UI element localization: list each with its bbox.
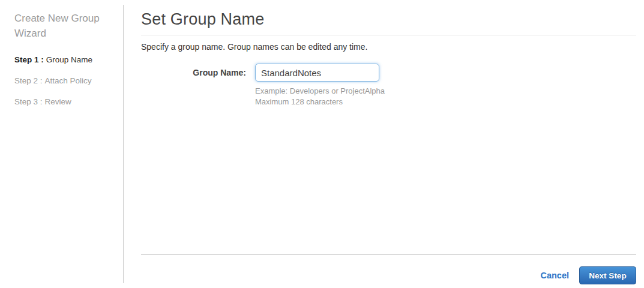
hint-max-chars: Maximum 128 characters: [255, 97, 636, 107]
sidebar-step-2: Step 2 :Attach Policy: [14, 76, 116, 86]
page-title: Set Group Name: [141, 10, 636, 29]
group-name-label: Group Name:: [141, 68, 246, 77]
group-name-input[interactable]: [255, 64, 379, 82]
sidebar-step-1: Step 1 :Group Name: [14, 55, 116, 65]
footer-divider: [141, 254, 636, 255]
next-step-button[interactable]: Next Step: [579, 266, 636, 284]
footer-actions: Cancel Next Step: [540, 266, 636, 284]
step-1-label: Group Name: [46, 55, 92, 64]
page-description: Specify a group name. Group names can be…: [141, 42, 636, 52]
group-name-row: Group Name:: [141, 64, 636, 82]
step-2-prefix: Step 2 :: [14, 76, 43, 85]
wizard-title: Create New Group Wizard: [14, 11, 116, 41]
step-2-label: Attach Policy: [45, 76, 92, 85]
step-1-prefix: Step 1 :: [14, 55, 44, 64]
sidebar-step-3: Step 3 :Review: [14, 97, 116, 107]
step-3-label: Review: [45, 97, 71, 106]
group-name-hints: Example: Developers or ProjectAlpha Maxi…: [255, 86, 636, 107]
wizard-sidebar: Create New Group Wizard Step 1 :Group Na…: [14, 11, 116, 118]
hint-example: Example: Developers or ProjectAlpha: [255, 86, 636, 97]
main-panel: Set Group Name Specify a group name. Gro…: [141, 0, 636, 288]
cancel-button[interactable]: Cancel: [540, 271, 569, 280]
sidebar-divider: [123, 5, 124, 283]
title-divider: [141, 35, 636, 35]
step-3-prefix: Step 3 :: [14, 97, 43, 106]
